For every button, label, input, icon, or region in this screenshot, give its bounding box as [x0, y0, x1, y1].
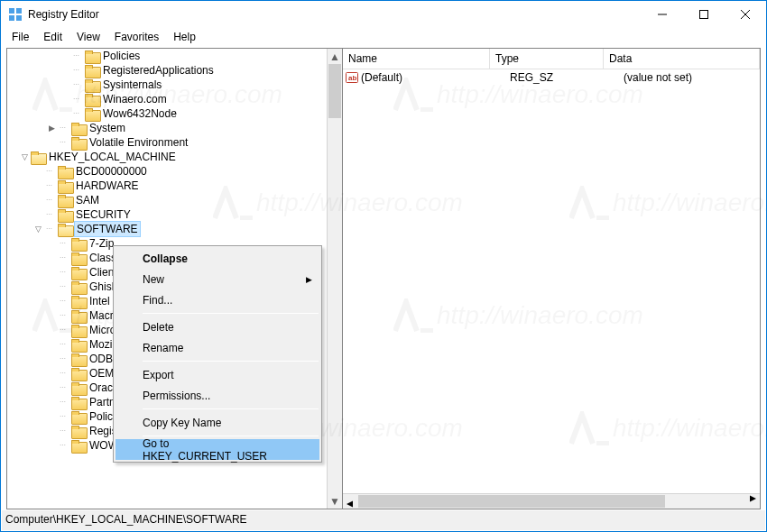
folder-icon: [58, 224, 72, 235]
context-menu-item[interactable]: Copy Key Name: [116, 412, 319, 433]
tree-label: SECURITY: [75, 207, 132, 222]
expand-toggle[interactable]: ▶: [45, 122, 58, 134]
header-data[interactable]: Data: [604, 49, 760, 69]
list-item[interactable]: ab (Default) REG_SZ (value not set): [343, 69, 760, 85]
expand-toggle[interactable]: [45, 353, 58, 365]
minimize-button[interactable]: [642, 1, 683, 28]
expand-toggle[interactable]: [59, 107, 71, 120]
expand-toggle[interactable]: [59, 93, 71, 105]
expand-toggle[interactable]: [45, 237, 58, 250]
tree-item[interactable]: ⋯RegisteredApplications: [7, 63, 327, 78]
scroll-down-icon[interactable]: ▼: [328, 493, 342, 509]
tree-connector: ⋯: [58, 236, 69, 251]
context-menu-item[interactable]: Export: [116, 364, 319, 385]
tree-item[interactable]: ⋯SECURITY: [7, 207, 327, 222]
context-menu-item[interactable]: Delete: [116, 316, 319, 337]
tree-connector: ⋯: [58, 135, 69, 150]
expand-toggle[interactable]: [45, 439, 58, 452]
folder-icon: [71, 440, 86, 452]
tree-item[interactable]: ⋯BCD00000000: [7, 164, 327, 179]
expand-toggle[interactable]: ▽: [32, 223, 44, 235]
scroll-right-icon[interactable]: ▲: [744, 493, 760, 509]
svg-rect-5: [700, 11, 708, 19]
expand-toggle[interactable]: [32, 179, 44, 192]
values-pane[interactable]: Name Type Data ab (Default) REG_SZ (valu…: [343, 49, 760, 509]
tree-connector: ⋯: [71, 106, 82, 121]
expand-toggle[interactable]: [32, 208, 44, 221]
header-type[interactable]: Type: [490, 49, 604, 69]
context-menu-item[interactable]: Find...: [116, 289, 319, 310]
header-name[interactable]: Name: [343, 49, 490, 69]
menu-favorites[interactable]: Favorites: [107, 30, 166, 44]
tree-connector: ⋯: [58, 409, 69, 424]
scroll-left-icon[interactable]: ▲: [343, 494, 358, 509]
window-title: Registry Editor: [28, 8, 642, 21]
expand-toggle[interactable]: [32, 194, 44, 206]
expand-toggle[interactable]: [59, 50, 71, 62]
menu-help[interactable]: Help: [166, 30, 203, 44]
expand-toggle[interactable]: [45, 136, 58, 149]
tree-item[interactable]: ▽⋯SOFTWARE: [7, 222, 327, 236]
expand-toggle[interactable]: ▽: [18, 151, 31, 163]
svg-rect-0: [9, 8, 14, 14]
tree-item[interactable]: ⋯Wow6432Node: [7, 106, 327, 121]
tree-label: 7-Zip: [88, 236, 115, 251]
tree-scrollbar[interactable]: ▲ ▼: [327, 49, 342, 509]
folder-icon: [58, 166, 72, 178]
expand-toggle[interactable]: [45, 324, 58, 336]
tree-item[interactable]: ⋯Policies: [7, 49, 327, 63]
tree-item[interactable]: ⋯Volatile Environment: [7, 135, 327, 150]
tree-item[interactable]: ▶⋯System: [7, 121, 327, 135]
tree-connector: ⋯: [44, 222, 55, 236]
svg-rect-2: [9, 15, 14, 21]
expand-toggle[interactable]: [45, 295, 58, 307]
folder-icon: [71, 325, 86, 336]
expand-toggle[interactable]: [32, 165, 44, 178]
expand-toggle[interactable]: [45, 381, 58, 394]
tree-connector: ⋯: [58, 352, 69, 366]
tree-item[interactable]: ▽HKEY_LOCAL_MACHINE: [7, 150, 327, 164]
menu-edit[interactable]: Edit: [36, 30, 69, 44]
tree-connector: ⋯: [58, 251, 69, 265]
svg-text:ab: ab: [348, 74, 356, 82]
folder-icon: [71, 368, 86, 380]
tree-connector: ⋯: [58, 265, 69, 280]
expand-toggle[interactable]: [45, 252, 58, 264]
expand-toggle[interactable]: [59, 78, 71, 91]
context-menu-item[interactable]: Go to HKEY_CURRENT_USER: [116, 439, 319, 460]
expand-toggle[interactable]: [59, 64, 71, 77]
tree-item[interactable]: ⋯HARDWARE: [7, 179, 327, 193]
context-menu-item[interactable]: New▶: [116, 269, 319, 289]
expand-toggle[interactable]: [45, 410, 58, 423]
tree-item[interactable]: ⋯SAM: [7, 193, 327, 207]
svg-rect-3: [16, 15, 22, 21]
folder-icon: [71, 252, 86, 264]
tree-label: Clien: [88, 265, 115, 280]
expand-toggle[interactable]: [45, 396, 58, 408]
scroll-thumb[interactable]: [328, 64, 341, 118]
tree-item[interactable]: ⋯Winaero.com: [7, 92, 327, 106]
context-menu-item[interactable]: Rename: [116, 337, 319, 358]
tree-item[interactable]: ⋯Sysinternals: [7, 78, 327, 92]
expand-toggle[interactable]: [45, 338, 58, 351]
expand-toggle[interactable]: [45, 367, 58, 380]
tree-label: System: [88, 121, 126, 135]
scroll-up-icon[interactable]: ▲: [328, 49, 342, 64]
folder-icon: [85, 50, 99, 62]
hscroll-thumb[interactable]: [358, 495, 665, 508]
list-hscrollbar[interactable]: ▲ ▲: [343, 493, 760, 509]
expand-toggle[interactable]: [45, 425, 58, 437]
string-value-icon: ab: [345, 70, 359, 85]
context-menu-item[interactable]: Permissions...: [116, 385, 319, 406]
menu-separator: [143, 408, 319, 409]
expand-toggle[interactable]: [45, 266, 58, 279]
menu-view[interactable]: View: [69, 30, 107, 44]
expand-toggle[interactable]: [45, 280, 58, 293]
menu-file[interactable]: File: [5, 30, 36, 44]
context-menu-item[interactable]: Collapse: [116, 248, 319, 269]
maximize-button[interactable]: [683, 1, 725, 28]
tree-label: Mozi: [88, 337, 113, 352]
expand-toggle[interactable]: [45, 309, 58, 322]
submenu-arrow-icon: ▶: [306, 275, 312, 284]
close-button[interactable]: [725, 1, 766, 28]
